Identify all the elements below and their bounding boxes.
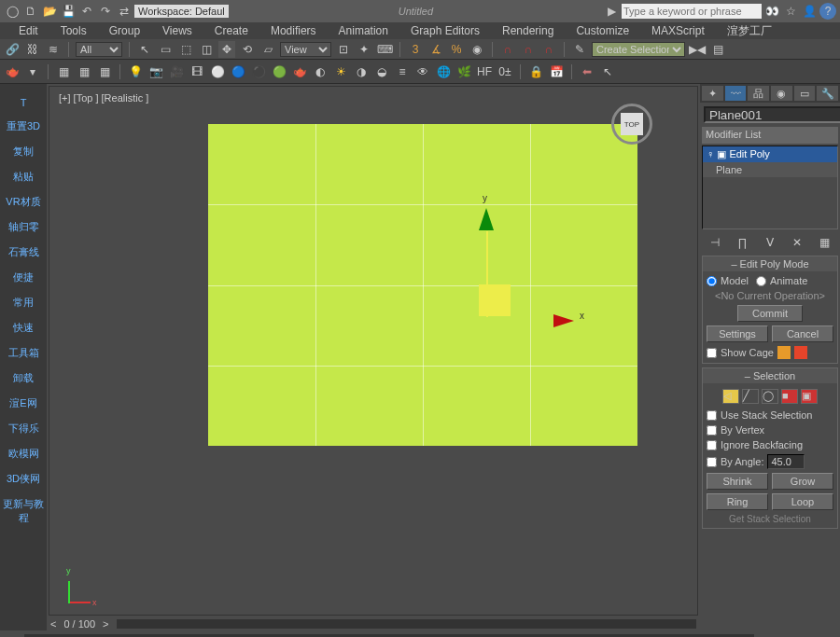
unlink-icon[interactable]: ⛓ [24,41,41,58]
cancel-button[interactable]: Cancel [772,325,833,342]
mat3-icon[interactable]: ◒ [373,63,390,80]
plane-object[interactable]: y x [208,124,637,446]
left-vrmat[interactable]: VR材质 [0,189,47,215]
tab-create[interactable]: ✦ [702,86,723,101]
menu-customize[interactable]: Customize [565,24,640,37]
cal-icon[interactable]: 📅 [548,63,565,80]
menu-create[interactable]: Create [203,24,259,37]
grid2-icon[interactable]: ▦ [76,63,92,80]
menu-group[interactable]: Group [98,24,151,37]
teapot-icon[interactable]: 🫖 [4,63,21,80]
refcoord-dropdown[interactable]: View [280,42,331,57]
select-rect-icon[interactable]: ⬚ [177,41,194,58]
gizmo-x-axis[interactable] [553,314,574,327]
configure-icon[interactable]: ▦ [817,234,833,251]
grass-icon[interactable]: 🌿 [455,63,472,80]
commit-button[interactable]: Commit [737,305,803,322]
stripe-icon[interactable]: ≡ [394,63,411,80]
arrow-icon[interactable]: ▶ [603,3,620,20]
left-quick[interactable]: 便捷 [0,265,47,290]
cam2-icon[interactable]: 🎥 [168,63,185,80]
scale-icon[interactable]: ▱ [259,41,276,58]
select-icon[interactable]: ↖ [136,41,153,58]
sphere1-icon[interactable]: ⚪ [209,63,226,80]
menu-plugin[interactable]: 渲梦工厂 [716,23,783,39]
tab-display[interactable]: ▭ [794,86,816,101]
subobj-border-icon[interactable]: ◯ [762,389,778,404]
snap-icon[interactable]: 3 [407,41,424,58]
sun-icon[interactable]: ☀ [332,63,349,80]
left-link4[interactable]: 3D侠网 [0,466,47,492]
loop-button[interactable]: Loop [772,493,833,510]
radio-model[interactable]: Model [707,275,749,286]
manipulate-icon[interactable]: ✦ [356,41,372,58]
spinner-snap-icon[interactable]: ◉ [469,41,485,58]
help-icon[interactable]: ? [819,3,836,20]
viewcube[interactable]: TOP [604,96,660,152]
check-byangle[interactable]: By Angle: [707,456,763,467]
sphere2-icon[interactable]: 🔵 [230,63,246,80]
magnet-icon[interactable]: ∩ [499,41,516,58]
star-icon[interactable]: ☆ [782,3,799,20]
grid1-icon[interactable]: ▦ [55,63,72,80]
left-t[interactable]: T [0,91,47,114]
search-input[interactable] [622,4,762,19]
select-name-icon[interactable]: ▭ [157,41,174,58]
menu-modifiers[interactable]: Modifiers [259,24,328,37]
menu-views[interactable]: Views [151,24,203,37]
remove-mod-icon[interactable]: ✕ [789,234,805,251]
workspace-dropdown[interactable]: Workspace: Defaul [134,5,229,18]
snap-angle-icon[interactable]: ∡ [427,41,444,58]
zero-icon[interactable]: 0± [497,63,513,80]
rollout-editpolymode[interactable]: – Edit Poly Mode [703,256,837,271]
eye-icon[interactable]: 👁 [414,63,431,80]
left-link3[interactable]: 欧模网 [0,441,47,466]
show-end-icon[interactable]: ∏ [735,234,751,251]
link-icon[interactable]: 🔗 [4,41,21,58]
gizmo-xy-plane[interactable] [479,284,511,316]
subobj-edge-icon[interactable]: ╱ [742,389,759,404]
undo-icon[interactable]: ↶ [78,3,95,20]
mod-plane[interactable]: Plane [703,162,837,177]
mod-editpoly[interactable]: ♀ ▣ Edit Poly [703,146,837,162]
align-icon[interactable]: ▤ [709,41,726,58]
left-pivot0[interactable]: 轴归零 [0,215,47,240]
unique-icon[interactable]: Ⅴ [762,234,778,251]
left-plaster[interactable]: 石膏线 [0,240,47,265]
check-usestack[interactable]: Use Stack Selection [707,409,833,421]
menu-edit[interactable]: Edit [7,24,49,37]
manage-icon[interactable]: ⇄ [116,3,133,20]
earth-icon[interactable]: 🌐 [435,63,452,80]
left-copy[interactable]: 复制 [0,139,47,164]
ring-button[interactable]: Ring [707,493,768,510]
radio-animate[interactable]: Animate [756,275,807,286]
keyboard-icon[interactable]: ⌨ [376,41,393,58]
camera-icon[interactable]: 📷 [147,63,164,80]
grow-button[interactable]: Grow [772,473,833,490]
tab-modify[interactable]: 〰 [725,86,747,101]
check-byvertex[interactable]: By Vertex [707,424,833,436]
redo-icon[interactable]: ↷ [97,3,114,20]
mat1-icon[interactable]: ◐ [312,63,329,80]
bind-icon[interactable]: ≋ [45,41,62,58]
settings-button[interactable]: Settings [707,325,768,342]
cursor-icon[interactable]: ↖ [599,63,616,80]
magnet3-icon[interactable]: ∩ [540,41,557,58]
light1-icon[interactable]: 💡 [127,63,144,80]
left-toolbox[interactable]: 工具箱 [0,340,47,366]
left-link1[interactable]: 渲E网 [0,391,47,416]
left-fast[interactable]: 快速 [0,315,47,340]
open-icon[interactable]: 📂 [41,3,58,20]
menu-tools[interactable]: Tools [49,24,98,37]
cage-color2[interactable] [794,346,807,359]
modifier-stack[interactable]: ♀ ▣ Edit Poly Plane [702,145,838,229]
lock-icon[interactable]: 🔒 [527,63,544,80]
move-icon[interactable]: ✥ [218,41,235,58]
select-window-icon[interactable]: ◫ [198,41,215,58]
cage-color1[interactable] [777,346,791,359]
subobj-element-icon[interactable]: ▣ [801,389,818,404]
shrink-button[interactable]: Shrink [707,473,768,490]
menu-rendering[interactable]: Rendering [491,24,565,37]
menu-grapheditors[interactable]: Graph Editors [399,24,491,37]
expand-icon[interactable]: ▾ [24,63,41,80]
